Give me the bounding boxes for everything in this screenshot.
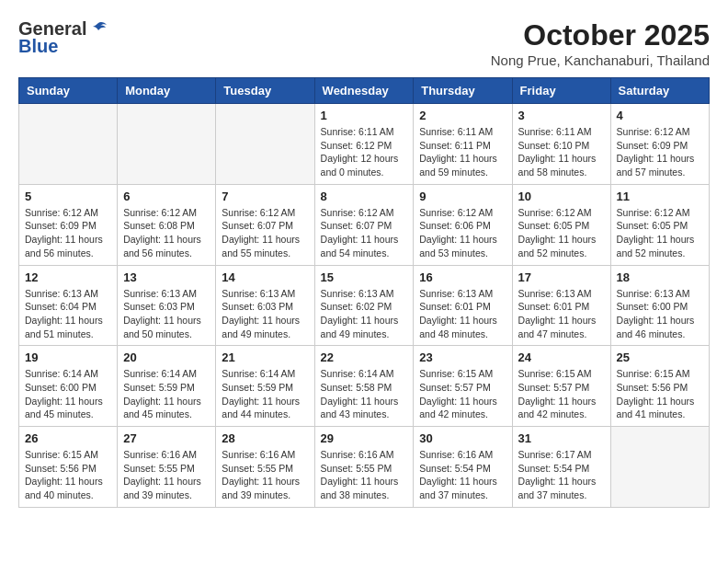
weekday-header-saturday: Saturday <box>610 78 709 104</box>
day-number: 12 <box>25 270 111 284</box>
logo-bird-icon <box>88 19 108 40</box>
day-number: 3 <box>518 109 605 122</box>
day-number: 6 <box>123 190 210 203</box>
calendar-day-cell: 2Sunrise: 6:11 AM Sunset: 6:11 PM Daylig… <box>414 104 512 185</box>
day-number: 26 <box>25 431 111 445</box>
day-number: 15 <box>321 270 408 284</box>
logo-blue-text: Blue <box>18 36 58 57</box>
day-info: Sunrise: 6:13 AM Sunset: 6:04 PM Dayligh… <box>25 287 111 341</box>
weekday-header-sunday: Sunday <box>19 78 118 104</box>
calendar-day-cell: 17Sunrise: 6:13 AM Sunset: 6:01 PM Dayli… <box>512 265 610 346</box>
calendar-day-cell: 1Sunrise: 6:11 AM Sunset: 6:12 PM Daylig… <box>314 104 414 185</box>
day-info: Sunrise: 6:15 AM Sunset: 5:57 PM Dayligh… <box>518 367 605 421</box>
day-info: Sunrise: 6:12 AM Sunset: 6:08 PM Dayligh… <box>123 206 210 260</box>
calendar-week-row-5: 26Sunrise: 6:15 AM Sunset: 5:56 PM Dayli… <box>19 427 710 508</box>
day-number: 1 <box>321 109 408 122</box>
weekday-header-wednesday: Wednesday <box>314 78 414 104</box>
day-info: Sunrise: 6:12 AM Sunset: 6:05 PM Dayligh… <box>617 206 703 260</box>
calendar-day-cell: 12Sunrise: 6:13 AM Sunset: 6:04 PM Dayli… <box>19 265 118 346</box>
calendar-day-cell: 27Sunrise: 6:16 AM Sunset: 5:55 PM Dayli… <box>118 427 216 508</box>
day-number: 27 <box>123 431 210 445</box>
calendar-day-cell: 21Sunrise: 6:14 AM Sunset: 5:59 PM Dayli… <box>216 346 314 427</box>
calendar-day-cell: 7Sunrise: 6:12 AM Sunset: 6:07 PM Daylig… <box>216 184 314 265</box>
weekday-header-friday: Friday <box>512 78 610 104</box>
weekday-header-tuesday: Tuesday <box>216 78 314 104</box>
day-info: Sunrise: 6:12 AM Sunset: 6:06 PM Dayligh… <box>419 206 506 260</box>
calendar-day-cell: 19Sunrise: 6:14 AM Sunset: 6:00 PM Dayli… <box>19 346 118 427</box>
weekday-header-thursday: Thursday <box>414 78 512 104</box>
calendar-day-cell: 15Sunrise: 6:13 AM Sunset: 6:02 PM Dayli… <box>314 265 414 346</box>
calendar-day-cell: 20Sunrise: 6:14 AM Sunset: 5:59 PM Dayli… <box>118 346 216 427</box>
day-number: 9 <box>419 190 506 203</box>
calendar-table: SundayMondayTuesdayWednesdayThursdayFrid… <box>18 77 710 508</box>
day-info: Sunrise: 6:15 AM Sunset: 5:56 PM Dayligh… <box>617 367 703 421</box>
day-number: 18 <box>617 270 703 284</box>
day-number: 10 <box>518 190 605 203</box>
day-info: Sunrise: 6:13 AM Sunset: 6:01 PM Dayligh… <box>419 287 506 341</box>
calendar-week-row-1: 1Sunrise: 6:11 AM Sunset: 6:12 PM Daylig… <box>19 104 710 185</box>
day-info: Sunrise: 6:12 AM Sunset: 6:05 PM Dayligh… <box>518 206 605 260</box>
calendar-week-row-4: 19Sunrise: 6:14 AM Sunset: 6:00 PM Dayli… <box>19 346 710 427</box>
day-info: Sunrise: 6:13 AM Sunset: 6:02 PM Dayligh… <box>321 287 408 341</box>
location: Nong Prue, Kanchanaburi, Thailand <box>491 52 710 68</box>
calendar-day-cell: 18Sunrise: 6:13 AM Sunset: 6:00 PM Dayli… <box>610 265 709 346</box>
day-number: 14 <box>222 270 308 284</box>
calendar-day-cell: 9Sunrise: 6:12 AM Sunset: 6:06 PM Daylig… <box>414 184 512 265</box>
calendar-day-cell: 16Sunrise: 6:13 AM Sunset: 6:01 PM Dayli… <box>414 265 512 346</box>
day-info: Sunrise: 6:13 AM Sunset: 6:03 PM Dayligh… <box>222 287 308 341</box>
day-number: 4 <box>617 109 703 122</box>
day-info: Sunrise: 6:16 AM Sunset: 5:55 PM Dayligh… <box>321 448 408 502</box>
day-info: Sunrise: 6:14 AM Sunset: 5:59 PM Dayligh… <box>222 367 308 421</box>
day-info: Sunrise: 6:12 AM Sunset: 6:07 PM Dayligh… <box>222 206 308 260</box>
day-info: Sunrise: 6:13 AM Sunset: 6:01 PM Dayligh… <box>518 287 605 341</box>
calendar-day-cell <box>610 427 709 508</box>
day-number: 2 <box>419 109 506 122</box>
calendar-day-cell <box>118 104 216 185</box>
calendar-day-cell <box>19 104 118 185</box>
page-header: General Blue October 2025 Nong Prue, Kan… <box>18 18 710 68</box>
calendar-day-cell: 25Sunrise: 6:15 AM Sunset: 5:56 PM Dayli… <box>610 346 709 427</box>
month-title: October 2025 <box>491 18 710 52</box>
day-number: 20 <box>123 350 210 364</box>
day-number: 28 <box>222 431 308 445</box>
title-section: October 2025 Nong Prue, Kanchanaburi, Th… <box>491 18 710 68</box>
calendar-day-cell: 22Sunrise: 6:14 AM Sunset: 5:58 PM Dayli… <box>314 346 414 427</box>
day-number: 19 <box>25 350 111 364</box>
weekday-header-row: SundayMondayTuesdayWednesdayThursdayFrid… <box>19 78 710 104</box>
day-info: Sunrise: 6:16 AM Sunset: 5:55 PM Dayligh… <box>222 448 308 502</box>
calendar-day-cell: 30Sunrise: 6:16 AM Sunset: 5:54 PM Dayli… <box>414 427 512 508</box>
day-number: 5 <box>25 190 111 203</box>
day-number: 25 <box>617 350 703 364</box>
day-number: 21 <box>222 350 308 364</box>
calendar-day-cell: 28Sunrise: 6:16 AM Sunset: 5:55 PM Dayli… <box>216 427 314 508</box>
day-number: 8 <box>321 190 408 203</box>
day-number: 13 <box>123 270 210 284</box>
calendar-day-cell: 3Sunrise: 6:11 AM Sunset: 6:10 PM Daylig… <box>512 104 610 185</box>
day-number: 7 <box>222 190 308 203</box>
calendar-day-cell: 29Sunrise: 6:16 AM Sunset: 5:55 PM Dayli… <box>314 427 414 508</box>
calendar-day-cell: 14Sunrise: 6:13 AM Sunset: 6:03 PM Dayli… <box>216 265 314 346</box>
day-number: 23 <box>419 350 506 364</box>
weekday-header-monday: Monday <box>118 78 216 104</box>
day-number: 29 <box>321 431 408 445</box>
calendar-day-cell: 10Sunrise: 6:12 AM Sunset: 6:05 PM Dayli… <box>512 184 610 265</box>
calendar-week-row-2: 5Sunrise: 6:12 AM Sunset: 6:09 PM Daylig… <box>19 184 710 265</box>
calendar-day-cell: 6Sunrise: 6:12 AM Sunset: 6:08 PM Daylig… <box>118 184 216 265</box>
day-info: Sunrise: 6:12 AM Sunset: 6:09 PM Dayligh… <box>25 206 111 260</box>
day-number: 17 <box>518 270 605 284</box>
calendar-day-cell: 26Sunrise: 6:15 AM Sunset: 5:56 PM Dayli… <box>19 427 118 508</box>
day-number: 22 <box>321 350 408 364</box>
day-info: Sunrise: 6:14 AM Sunset: 5:59 PM Dayligh… <box>123 367 210 421</box>
calendar-day-cell: 4Sunrise: 6:12 AM Sunset: 6:09 PM Daylig… <box>610 104 709 185</box>
calendar-day-cell: 8Sunrise: 6:12 AM Sunset: 6:07 PM Daylig… <box>314 184 414 265</box>
day-info: Sunrise: 6:12 AM Sunset: 6:07 PM Dayligh… <box>321 206 408 260</box>
day-info: Sunrise: 6:16 AM Sunset: 5:54 PM Dayligh… <box>419 448 506 502</box>
calendar-day-cell: 13Sunrise: 6:13 AM Sunset: 6:03 PM Dayli… <box>118 265 216 346</box>
calendar-day-cell: 5Sunrise: 6:12 AM Sunset: 6:09 PM Daylig… <box>19 184 118 265</box>
calendar-day-cell <box>216 104 314 185</box>
calendar-day-cell: 11Sunrise: 6:12 AM Sunset: 6:05 PM Dayli… <box>610 184 709 265</box>
day-info: Sunrise: 6:11 AM Sunset: 6:11 PM Dayligh… <box>419 125 506 179</box>
calendar-week-row-3: 12Sunrise: 6:13 AM Sunset: 6:04 PM Dayli… <box>19 265 710 346</box>
day-number: 31 <box>518 431 605 445</box>
day-number: 16 <box>419 270 506 284</box>
